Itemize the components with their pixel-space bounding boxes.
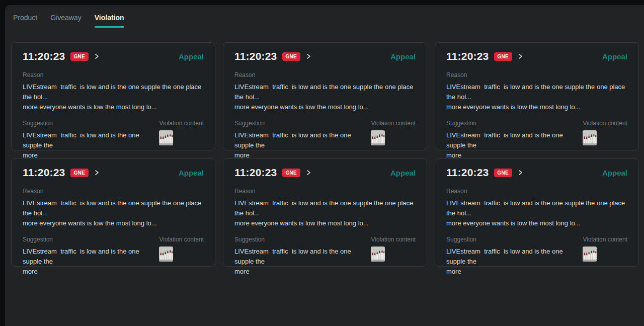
card-header: 11:20:23 GNE Appeal xyxy=(234,166,416,179)
violation-type-badge: GNE xyxy=(494,169,513,177)
reason-text: LIVEstream traffic is low and is the one… xyxy=(446,198,627,228)
violation-content-thumbnail-icon[interactable] xyxy=(159,130,173,145)
card-bottom-section: Suggestion LIVEstream traffic is low and… xyxy=(234,236,416,277)
violation-time: 11:20:23 xyxy=(23,167,65,179)
appeal-button[interactable]: Appeal xyxy=(179,169,204,177)
violation-card: 11:20:23 GNE Appeal Reason LIVEstream tr… xyxy=(223,42,427,150)
violation-content-label: Violation content xyxy=(583,236,627,243)
card-bottom-section: Suggestion LIVEstream traffic is low and… xyxy=(446,120,627,160)
chevron-right-icon[interactable] xyxy=(305,170,311,176)
reason-text: LIVEstream traffic is low and is the one… xyxy=(23,82,204,112)
suggestion-label: Suggestion xyxy=(234,236,370,243)
card-bottom-section: Suggestion LIVEstream traffic is low and… xyxy=(446,236,627,277)
chevron-right-icon[interactable] xyxy=(94,170,100,176)
violation-type-badge: GNE xyxy=(494,52,513,61)
violation-content-label: Violation content xyxy=(159,120,204,127)
reason-label: Reason xyxy=(234,188,416,195)
suggestion-label: Suggestion xyxy=(23,120,158,127)
violation-card: 11:20:23 GNE Appeal Reason LIVEstream tr… xyxy=(11,158,215,267)
tab-bar: Product Giveaway Violation xyxy=(5,5,644,28)
violation-content-label: Violation content xyxy=(371,120,416,127)
suggestion-text: LIVEstream traffic is low and is the one… xyxy=(446,247,582,277)
violation-card: 11:20:23 GNE Appeal Reason LIVEstream tr… xyxy=(435,158,639,267)
appeal-button[interactable]: Appeal xyxy=(390,169,416,177)
suggestion-text: LIVEstream traffic is low and is the one… xyxy=(234,130,370,160)
violation-type-badge: GNE xyxy=(282,169,301,177)
chevron-right-icon[interactable] xyxy=(517,53,523,59)
tab-product[interactable]: Product xyxy=(13,14,37,28)
tab-violation[interactable]: Violation xyxy=(95,14,124,28)
violation-card: 11:20:23 GNE Appeal Reason LIVEstream tr… xyxy=(435,42,639,150)
violation-type-badge: GNE xyxy=(70,52,89,61)
suggestion-label: Suggestion xyxy=(446,120,582,127)
suggestion-label: Suggestion xyxy=(23,236,158,243)
appeal-button[interactable]: Appeal xyxy=(602,169,627,177)
appeal-button[interactable]: Appeal xyxy=(179,52,204,61)
card-bottom-section: Suggestion LIVEstream traffic is low and… xyxy=(23,120,204,160)
chevron-right-icon[interactable] xyxy=(94,53,100,59)
reason-label: Reason xyxy=(446,188,627,195)
violation-card: 11:20:23 GNE Appeal Reason LIVEstream tr… xyxy=(11,42,215,150)
card-header: 11:20:23 GNE Appeal xyxy=(23,166,204,179)
violation-content-thumbnail-icon[interactable] xyxy=(371,247,385,262)
reason-text: LIVEstream traffic is low and is the one… xyxy=(234,198,416,228)
suggestion-text: LIVEstream traffic is low and is the one… xyxy=(23,130,158,160)
appeal-button[interactable]: Appeal xyxy=(602,52,627,61)
reason-label: Reason xyxy=(234,71,416,78)
chevron-right-icon[interactable] xyxy=(517,170,523,176)
card-bottom-section: Suggestion LIVEstream traffic is low and… xyxy=(234,120,416,160)
card-header: 11:20:23 GNE Appeal xyxy=(234,50,416,63)
reason-label: Reason xyxy=(23,188,204,195)
violation-time: 11:20:23 xyxy=(23,50,65,62)
suggestion-label: Suggestion xyxy=(446,236,582,243)
suggestion-text: LIVEstream traffic is low and is the one… xyxy=(23,247,158,277)
reason-text: LIVEstream traffic is low and is the one… xyxy=(23,198,204,228)
suggestion-label: Suggestion xyxy=(234,120,370,127)
appeal-button[interactable]: Appeal xyxy=(390,52,416,61)
reason-label: Reason xyxy=(446,71,627,78)
violation-content-thumbnail-icon[interactable] xyxy=(583,247,597,262)
violation-time: 11:20:23 xyxy=(234,167,277,179)
card-header: 11:20:23 GNE Appeal xyxy=(23,50,204,63)
main-panel: Product Giveaway Violation 11:20:23 GNE … xyxy=(5,5,644,326)
violation-type-badge: GNE xyxy=(282,52,301,61)
card-header: 11:20:23 GNE Appeal xyxy=(446,166,627,179)
card-header: 11:20:23 GNE Appeal xyxy=(446,50,627,63)
violation-time: 11:20:23 xyxy=(446,50,489,62)
violation-card: 11:20:23 GNE Appeal Reason LIVEstream tr… xyxy=(223,158,427,267)
reason-text: LIVEstream traffic is low and is the one… xyxy=(234,82,416,112)
violation-content-label: Violation content xyxy=(159,236,204,243)
cards-grid: 11:20:23 GNE Appeal Reason LIVEstream tr… xyxy=(5,28,644,267)
reason-text: LIVEstream traffic is low and is the one… xyxy=(446,82,627,112)
violation-content-thumbnail-icon[interactable] xyxy=(583,130,597,145)
violation-content-thumbnail-icon[interactable] xyxy=(159,247,173,262)
violation-content-label: Violation content xyxy=(583,120,627,127)
tab-giveaway[interactable]: Giveaway xyxy=(50,14,81,28)
suggestion-text: LIVEstream traffic is low and is the one… xyxy=(446,130,582,160)
chevron-right-icon[interactable] xyxy=(305,53,311,59)
violation-content-label: Violation content xyxy=(371,236,416,243)
violation-time: 11:20:23 xyxy=(234,50,277,62)
violation-type-badge: GNE xyxy=(70,169,89,177)
reason-label: Reason xyxy=(23,71,204,78)
violation-time: 11:20:23 xyxy=(446,167,489,179)
card-bottom-section: Suggestion LIVEstream traffic is low and… xyxy=(23,236,204,277)
suggestion-text: LIVEstream traffic is low and is the one… xyxy=(234,247,370,277)
violation-content-thumbnail-icon[interactable] xyxy=(371,130,385,145)
